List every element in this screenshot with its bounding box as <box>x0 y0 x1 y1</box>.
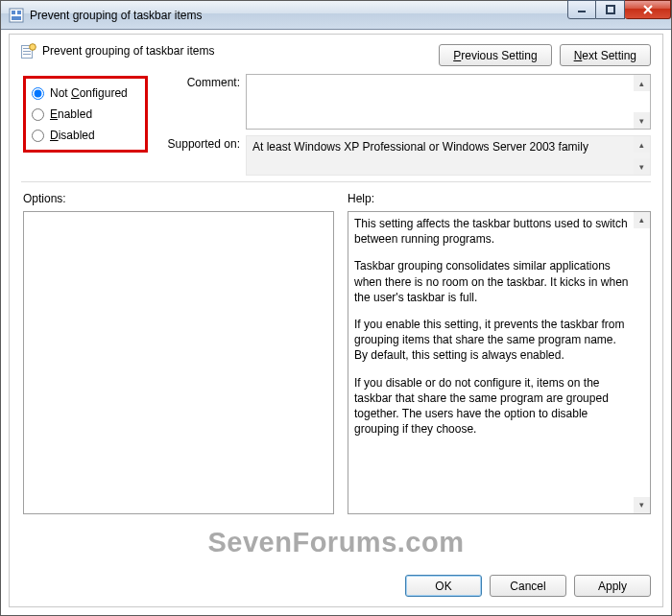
radio-not-configured-input[interactable] <box>32 87 44 100</box>
policy-icon <box>21 43 36 59</box>
policy-header: Prevent grouping of taskbar items Previo… <box>10 35 662 70</box>
title-bar[interactable]: Prevent grouping of taskbar items <box>1 1 671 30</box>
options-label: Options: <box>23 192 334 205</box>
scroll-down-icon[interactable]: ▾ <box>634 112 650 129</box>
radio-disabled-input[interactable] <box>32 130 44 142</box>
comment-textarea[interactable]: ▴ ▾ <box>246 74 651 130</box>
help-box: This setting affects the taskbar buttons… <box>348 211 651 514</box>
scroll-down-icon: ▾ <box>634 158 650 175</box>
supported-on-text: At least Windows XP Professional or Wind… <box>252 140 588 154</box>
minimize-button[interactable] <box>567 0 596 19</box>
dialog-client-area: Prevent grouping of taskbar items Previo… <box>9 34 663 607</box>
apply-button[interactable]: Apply <box>574 575 651 597</box>
scroll-down-icon[interactable]: ▾ <box>634 497 650 513</box>
window-title: Prevent grouping of taskbar items <box>30 9 202 22</box>
svg-rect-9 <box>23 54 31 55</box>
maximize-button[interactable] <box>596 0 625 19</box>
state-radio-group: Not Configured Enabled Disabled <box>23 76 148 153</box>
policy-name-label: Prevent grouping of taskbar items <box>42 42 214 58</box>
help-label: Help: <box>348 192 651 205</box>
dialog-window: Prevent grouping of taskbar items <box>0 0 672 616</box>
help-paragraph: Taskbar grouping consolidates similar ap… <box>354 258 629 305</box>
help-paragraph: If you disable or do not configure it, i… <box>354 375 629 438</box>
supported-on-label: Supported on: <box>161 135 240 176</box>
svg-rect-8 <box>23 51 31 52</box>
policy-app-icon <box>9 8 24 23</box>
radio-enabled-input[interactable] <box>32 108 44 121</box>
svg-rect-2 <box>17 11 21 14</box>
svg-rect-5 <box>607 6 614 13</box>
window-controls <box>567 1 671 22</box>
watermark-text: SevenForums.com <box>10 527 662 558</box>
radio-enabled[interactable]: Enabled <box>30 107 139 121</box>
comment-label: Comment: <box>161 74 240 130</box>
scroll-up-icon[interactable]: ▴ <box>634 212 650 228</box>
cancel-button[interactable]: Cancel <box>490 575 566 597</box>
previous-setting-button[interactable]: Previous Setting <box>439 44 551 66</box>
scroll-up-icon[interactable]: ▴ <box>634 75 650 91</box>
scroll-up-icon: ▴ <box>634 136 650 153</box>
next-setting-button[interactable]: Next Setting <box>560 44 651 66</box>
supported-on-value: At least Windows XP Professional or Wind… <box>246 135 651 176</box>
ok-button[interactable]: OK <box>405 575 482 597</box>
svg-rect-1 <box>12 11 15 14</box>
dialog-footer: OK Cancel Apply <box>405 575 651 597</box>
options-box <box>23 211 334 514</box>
radio-not-configured[interactable]: Not Configured <box>30 86 139 100</box>
help-paragraph: This setting affects the taskbar buttons… <box>354 216 629 247</box>
radio-disabled[interactable]: Disabled <box>30 129 139 142</box>
svg-rect-4 <box>578 11 586 12</box>
close-button[interactable] <box>625 0 671 19</box>
svg-rect-3 <box>12 16 21 20</box>
svg-point-10 <box>30 44 36 51</box>
help-paragraph: If you enable this setting, it prevents … <box>354 317 629 364</box>
